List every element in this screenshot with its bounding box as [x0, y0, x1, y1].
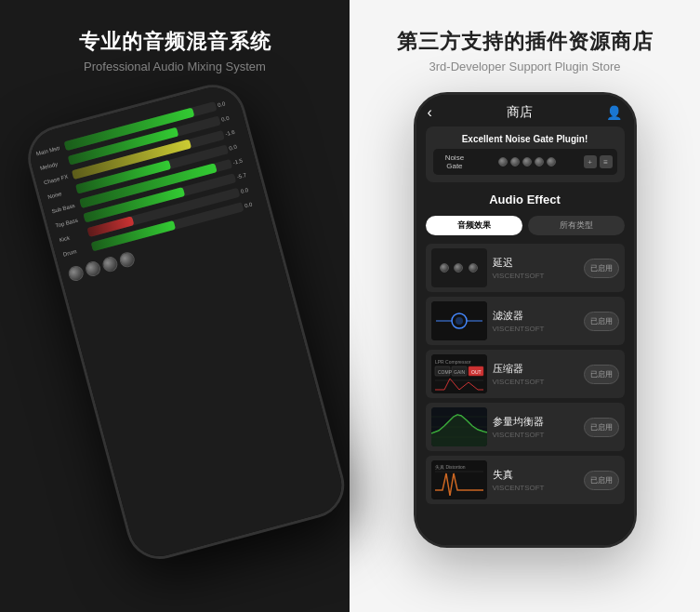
plugin-item-dist[interactable]: 失真 Distortion 失真 VISCENTSOFT 已启用 — [426, 456, 625, 504]
plugin-item-delay[interactable]: 延迟 VISCENTSOFT 已启用 — [426, 244, 625, 292]
tab-all-types[interactable]: 所有类型 — [528, 216, 625, 235]
plugin-thumb-comp: LPR Compressor COMP GAIN OUT — [431, 354, 487, 393]
promo-plugin-name: Noise Gate — [438, 153, 472, 170]
plugin-info-filter: 滤波器 VISCENTSOFT — [493, 309, 578, 333]
promo-actions: + ≡ — [584, 155, 613, 168]
promo-menu-btn[interactable]: ≡ — [600, 155, 613, 168]
promo-title: Excellent Noise Gate Plugin! — [433, 134, 617, 144]
section-header: Audio Effect — [416, 188, 634, 211]
promo-knob-4 — [535, 157, 544, 166]
plugin-item-comp[interactable]: LPR Compressor COMP GAIN OUT 压缩器 — [426, 350, 625, 398]
left-phone-screen: Main Mstr 0.0 Melody 0.0 Chase FX — [24, 81, 349, 563]
svg-point-2 — [456, 317, 463, 325]
plugin-btn-dist[interactable]: 已启用 — [584, 471, 619, 490]
plugin-btn-eq[interactable]: 已启用 — [584, 418, 619, 437]
right-title-zh: 第三方支持的插件资源商店 — [397, 28, 654, 56]
plugin-dev-eq: VISCENTSOFT — [493, 431, 578, 439]
plugin-name-dist: 失真 — [493, 468, 578, 482]
plugin-btn-filter[interactable]: 已启用 — [584, 312, 619, 331]
plugin-info-delay: 延迟 VISCENTSOFT — [493, 256, 578, 280]
plugin-name-comp: 压缩器 — [493, 362, 578, 376]
right-phone-mockup: ‹ 商店 👤 Excellent Noise Gate Plugin! Nois… — [414, 92, 637, 548]
svg-text:失真 Distortion: 失真 Distortion — [435, 464, 466, 470]
left-title-en: Professional Audio Mixing System — [84, 60, 266, 73]
plugin-thumb-eq — [431, 407, 487, 446]
plugin-btn-comp[interactable]: 已启用 — [584, 365, 619, 384]
promo-plugin-card[interactable]: Noise Gate + ≡ — [433, 149, 617, 175]
promo-knob-2 — [510, 157, 520, 166]
plugin-item-filter[interactable]: 滤波器 VISCENTSOFT 已启用 — [426, 297, 625, 345]
category-tabs: 音频效果 所有类型 — [416, 211, 634, 240]
plugin-dev-delay: VISCENTSOFT — [493, 272, 578, 280]
user-icon[interactable]: 👤 — [606, 105, 622, 120]
promo-knob-1 — [498, 157, 508, 166]
store-header: ‹ 商店 👤 — [416, 95, 634, 126]
promo-knobs — [476, 157, 578, 166]
plugin-name-filter: 滤波器 — [493, 309, 578, 323]
back-button[interactable]: ‹ — [428, 104, 432, 121]
svg-text:GAIN: GAIN — [454, 369, 466, 375]
plugin-info-dist: 失真 VISCENTSOFT — [493, 468, 578, 492]
left-phone-mockup: Main Mstr 0.0 Melody 0.0 Chase FX — [20, 77, 351, 566]
left-title-zh: 专业的音频混音系统 — [79, 28, 271, 56]
store-title: 商店 — [507, 104, 533, 121]
plugin-dev-dist: VISCENTSOFT — [493, 484, 578, 492]
plugin-thumb-delay — [431, 248, 487, 287]
svg-text:OUT: OUT — [471, 369, 482, 375]
plugin-btn-delay[interactable]: 已启用 — [584, 259, 619, 278]
promo-knob-5 — [547, 157, 556, 166]
plugin-promo: Excellent Noise Gate Plugin! Noise Gate … — [426, 126, 625, 182]
svg-text:LPR Compressor: LPR Compressor — [435, 359, 471, 365]
right-panel: 第三方支持的插件资源商店 3rd-Developer Support Plugi… — [350, 0, 700, 612]
left-panel: 专业的音频混音系统 Professional Audio Mixing Syst… — [0, 0, 350, 612]
right-title-en: 3rd-Developer Support Plugin Store — [429, 60, 621, 73]
plugin-dev-filter: VISCENTSOFT — [493, 325, 578, 333]
svg-text:COMP: COMP — [438, 369, 453, 375]
plugin-thumb-dist: 失真 Distortion — [431, 460, 487, 499]
tab-audio-effect[interactable]: 音频效果 — [426, 216, 522, 235]
plugin-info-comp: 压缩器 VISCENTSOFT — [493, 362, 578, 386]
plugin-name-eq: 参量均衡器 — [493, 415, 578, 429]
plugin-list: 延迟 VISCENTSOFT 已启用 — [416, 240, 634, 545]
plugin-name-delay: 延迟 — [493, 256, 578, 270]
promo-knob-3 — [522, 157, 532, 166]
plugin-item-eq[interactable]: 参量均衡器 VISCENTSOFT 已启用 — [426, 403, 625, 451]
promo-add-btn[interactable]: + — [584, 155, 597, 168]
plugin-info-eq: 参量均衡器 VISCENTSOFT — [493, 415, 578, 439]
plugin-dev-comp: VISCENTSOFT — [493, 378, 578, 386]
right-phone-screen: ‹ 商店 👤 Excellent Noise Gate Plugin! Nois… — [416, 95, 634, 545]
plugin-thumb-filter — [431, 301, 487, 340]
